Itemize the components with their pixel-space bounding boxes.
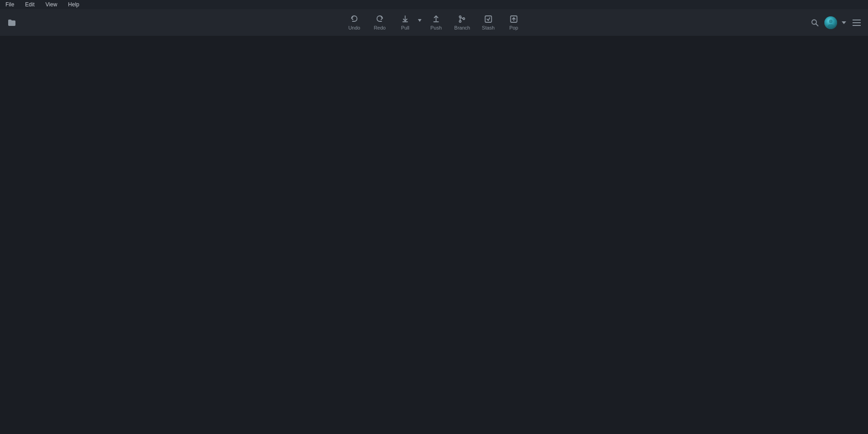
menu-file[interactable]: File [4,0,16,9]
stash-button[interactable]: Stash [476,13,500,32]
branch-button[interactable]: Branch [450,13,475,32]
svg-marker-1 [418,19,422,22]
repo-folder-button[interactable] [5,16,18,29]
push-button[interactable]: Push [424,13,448,32]
menu-bar: File Edit View Help [0,0,868,9]
pull-dropdown-button[interactable] [417,17,423,25]
redo-button[interactable]: Redo [368,13,392,32]
svg-rect-6 [485,16,491,22]
menu-help[interactable]: Help [66,0,81,9]
user-dropdown-button[interactable] [841,20,847,26]
svg-rect-2 [434,21,439,22]
toolbar-right [809,16,863,29]
pop-button[interactable]: Pop [502,13,525,32]
undo-button[interactable]: Undo [343,13,366,32]
redo-label: Redo [374,25,385,30]
main-content [0,36,868,434]
user-avatar-button[interactable] [824,16,837,29]
menu-view[interactable]: View [44,0,59,9]
stash-label: Stash [482,25,494,30]
toolbar: Undo Redo Pull [0,9,868,36]
branch-label: Branch [454,25,470,30]
pop-label: Pop [509,25,519,30]
toolbar-left [5,16,18,29]
svg-point-12 [828,24,834,29]
hamburger-menu-button[interactable] [851,18,863,28]
pull-label: Pull [401,25,409,30]
svg-marker-13 [842,21,846,24]
toolbar-center: Undo Redo Pull [343,13,526,32]
push-label: Push [430,25,442,30]
svg-rect-0 [403,21,408,22]
pull-group: Pull [394,13,423,32]
pull-button[interactable]: Pull [394,13,417,32]
search-button[interactable] [809,17,821,29]
menu-edit[interactable]: Edit [23,0,36,9]
svg-line-9 [816,24,818,26]
undo-label: Undo [348,25,360,30]
svg-point-11 [829,20,833,23]
